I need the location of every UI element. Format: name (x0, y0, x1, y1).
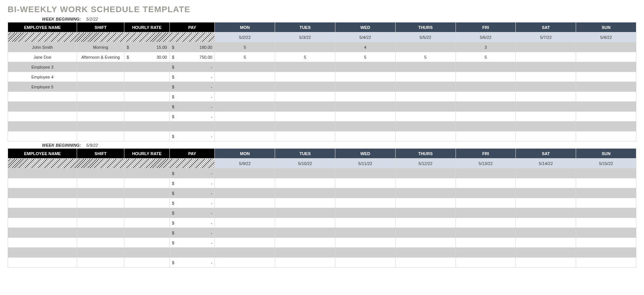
rate-cell[interactable] (124, 178, 170, 188)
shift-cell[interactable] (77, 102, 124, 112)
hours-cell[interactable] (395, 208, 456, 218)
hours-cell[interactable] (395, 92, 456, 102)
hours-cell[interactable] (395, 248, 456, 258)
hours-cell[interactable] (395, 188, 456, 198)
hours-cell[interactable] (456, 62, 516, 72)
hours-cell[interactable] (516, 52, 576, 62)
hours-cell[interactable] (395, 112, 456, 122)
rate-cell[interactable] (124, 62, 170, 72)
hours-cell[interactable] (395, 218, 456, 228)
hours-cell[interactable]: 5 (335, 52, 395, 62)
hours-cell[interactable] (335, 208, 395, 218)
week-beginning-date[interactable]: 5/2/22 (86, 17, 98, 21)
shift-cell[interactable] (77, 168, 124, 178)
hours-cell[interactable] (516, 72, 576, 82)
hours-cell[interactable] (395, 168, 456, 178)
hours-cell[interactable] (275, 218, 335, 228)
hours-cell[interactable] (576, 238, 636, 248)
shift-cell[interactable] (77, 248, 124, 258)
hours-cell[interactable] (576, 168, 636, 178)
hours-cell[interactable] (576, 248, 636, 258)
rate-cell[interactable] (124, 238, 170, 248)
employee-name-cell[interactable] (8, 92, 77, 102)
hours-cell[interactable] (395, 72, 456, 82)
hours-cell[interactable] (516, 42, 576, 52)
hours-cell[interactable] (395, 238, 456, 248)
hours-cell[interactable] (335, 238, 395, 248)
hours-cell[interactable] (275, 168, 335, 178)
employee-name-cell[interactable]: Employee 4 (8, 72, 77, 82)
hours-cell[interactable] (576, 72, 636, 82)
hours-cell[interactable]: 5 (215, 42, 275, 52)
hours-cell[interactable] (516, 238, 576, 248)
hours-cell[interactable] (215, 62, 275, 72)
hours-cell[interactable] (456, 168, 516, 178)
hours-cell[interactable] (576, 62, 636, 72)
employee-name-cell[interactable] (8, 178, 77, 188)
employee-name-cell[interactable] (8, 168, 77, 178)
week-beginning-date[interactable]: 5/9/22 (86, 143, 98, 148)
hours-cell[interactable] (456, 208, 516, 218)
rate-cell[interactable] (124, 248, 170, 258)
rate-cell[interactable]: 30.00 (124, 52, 170, 62)
employee-name-cell[interactable]: Employee 3 (8, 62, 77, 72)
hours-cell[interactable] (275, 131, 335, 141)
shift-cell[interactable] (77, 178, 124, 188)
shift-cell[interactable] (77, 188, 124, 198)
hours-cell[interactable] (215, 238, 275, 248)
hours-cell[interactable] (215, 82, 275, 92)
shift-cell[interactable] (77, 82, 124, 92)
hours-cell[interactable] (275, 72, 335, 82)
hours-cell[interactable] (335, 178, 395, 188)
hours-cell[interactable] (516, 92, 576, 102)
employee-name-cell[interactable] (8, 248, 77, 258)
hours-cell[interactable] (576, 122, 636, 131)
hours-cell[interactable] (576, 102, 636, 112)
hours-cell[interactable] (275, 208, 335, 218)
shift-cell[interactable]: Morning (77, 42, 124, 52)
shift-cell[interactable] (77, 218, 124, 228)
hours-cell[interactable] (456, 248, 516, 258)
hours-cell[interactable] (215, 198, 275, 208)
hours-cell[interactable] (516, 62, 576, 72)
hours-cell[interactable] (215, 131, 275, 141)
hours-cell[interactable] (275, 82, 335, 92)
hours-cell[interactable]: 5 (215, 52, 275, 62)
hours-cell[interactable] (576, 82, 636, 92)
hours-cell[interactable] (395, 131, 456, 141)
hours-cell[interactable] (275, 188, 335, 198)
hours-cell[interactable] (335, 122, 395, 131)
rate-cell[interactable] (124, 208, 170, 218)
hours-cell[interactable] (456, 92, 516, 102)
shift-cell[interactable] (77, 92, 124, 102)
hours-cell[interactable] (576, 92, 636, 102)
shift-cell[interactable] (77, 228, 124, 238)
hours-cell[interactable] (215, 228, 275, 238)
rate-cell[interactable]: 15.00 (124, 42, 170, 52)
shift-cell[interactable] (77, 122, 124, 131)
hours-cell[interactable]: 4 (335, 42, 395, 52)
rate-cell[interactable] (124, 168, 170, 178)
employee-name-cell[interactable] (8, 208, 77, 218)
hours-cell[interactable] (516, 131, 576, 141)
hours-cell[interactable] (395, 258, 456, 268)
hours-cell[interactable] (516, 122, 576, 131)
hours-cell[interactable] (576, 131, 636, 141)
hours-cell[interactable] (576, 42, 636, 52)
hours-cell[interactable] (456, 238, 516, 248)
hours-cell[interactable] (335, 168, 395, 178)
employee-name-cell[interactable]: John Smith (8, 42, 77, 52)
shift-cell[interactable] (77, 62, 124, 72)
hours-cell[interactable] (215, 112, 275, 122)
employee-name-cell[interactable]: Employee 5 (8, 82, 77, 92)
hours-cell[interactable] (215, 218, 275, 228)
hours-cell[interactable] (456, 218, 516, 228)
employee-name-cell[interactable] (8, 112, 77, 122)
hours-cell[interactable] (335, 228, 395, 238)
hours-cell[interactable]: 3 (456, 42, 516, 52)
hours-cell[interactable] (456, 188, 516, 198)
rate-cell[interactable] (124, 218, 170, 228)
hours-cell[interactable] (456, 178, 516, 188)
hours-cell[interactable] (456, 258, 516, 268)
employee-name-cell[interactable] (8, 238, 77, 248)
